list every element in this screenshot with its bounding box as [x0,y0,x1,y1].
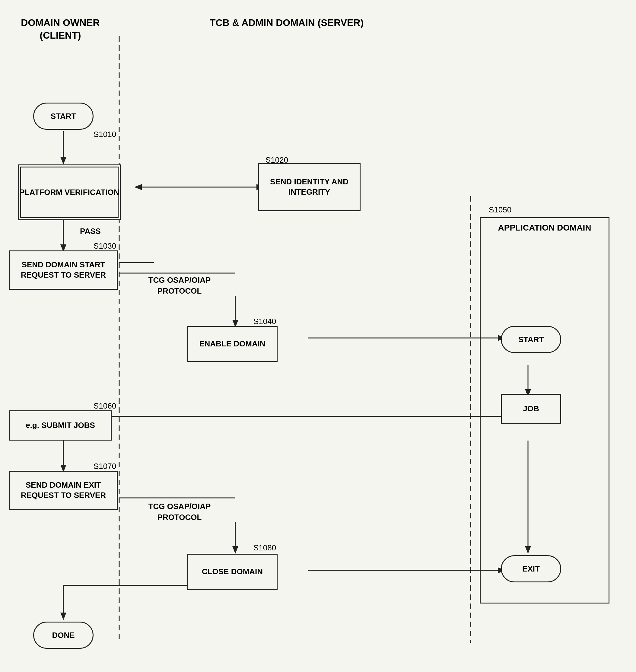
svg-marker-23 [232,546,238,554]
app-domain-label: APPLICATION DOMAIN [489,222,600,234]
send-domain-start-label: SEND DOMAIN START REQUEST TO SERVER [10,260,117,280]
step-s1060: S1060 [94,401,116,411]
send-domain-start-box: SEND DOMAIN START REQUEST TO SERVER [9,251,118,290]
close-domain-label: CLOSE DOMAIN [202,567,263,577]
send-domain-exit-box: SEND DOMAIN EXIT REQUEST TO SERVER [9,471,118,510]
platform-verification-label: PLATFORM VERIFICATION [19,187,119,198]
svg-marker-30 [60,613,66,620]
diagram-container: DOMAIN OWNER (CLIENT) TCB & ADMIN DOMAIN… [0,0,636,672]
start-oval-client: START [33,103,94,130]
exit-oval: EXIT [501,555,561,582]
close-domain-box: CLOSE DOMAIN [187,554,278,590]
submit-jobs-box: e.g. SUBMIT JOBS [9,410,112,440]
send-identity-label: SEND IDENTITY AND INTEGRITY [259,177,360,197]
done-oval: DONE [33,621,94,649]
tcg-protocol-2: TCG OSAP/OIAP PROTOCOL [127,501,232,523]
svg-marker-5 [134,184,142,190]
step-s1070: S1070 [94,462,116,471]
send-domain-exit-label: SEND DOMAIN EXIT REQUEST TO SERVER [10,480,117,500]
step-s1040: S1040 [254,317,276,326]
send-identity-box: SEND IDENTITY AND INTEGRITY [258,163,360,211]
start-label-client: START [51,112,76,121]
svg-marker-3 [60,157,66,164]
exit-label: EXIT [522,564,540,574]
step-s1030: S1030 [94,241,116,251]
start-oval-app: START [501,326,561,353]
step-s1050: S1050 [489,205,511,215]
submit-jobs-label: e.g. SUBMIT JOBS [26,420,95,431]
start-label-app: START [518,335,544,344]
tcg-protocol-1: TCG OSAP/OIAP PROTOCOL [127,275,232,297]
job-label: JOB [523,404,539,414]
done-label: DONE [52,631,75,640]
job-box: JOB [501,394,561,424]
step-s1010: S1010 [94,130,116,139]
step-s1080: S1080 [254,543,276,553]
col-header-server: TCB & ADMIN DOMAIN (SERVER) [166,17,407,29]
enable-domain-label: ENABLE DOMAIN [199,339,265,349]
enable-domain-box: ENABLE DOMAIN [187,326,278,362]
col-header-client: DOMAIN OWNER (CLIENT) [9,17,112,42]
pass-label: PASS [80,226,101,237]
platform-verification-box: PLATFORM VERIFICATION [18,164,121,220]
